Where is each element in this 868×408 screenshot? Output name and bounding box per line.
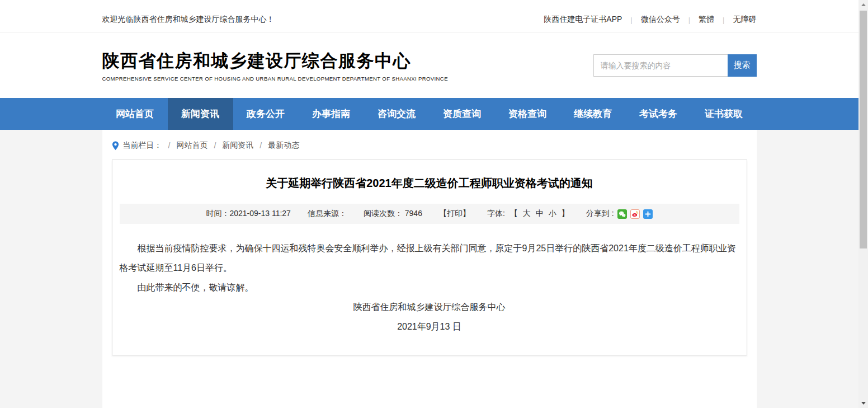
meta-source-label: 信息来源： (308, 209, 347, 218)
search-bar: 搜索 (593, 54, 757, 77)
wechat-share-icon[interactable] (617, 209, 627, 219)
font-control-label: 字体: (487, 209, 505, 219)
top-link-separator: | (688, 16, 690, 24)
nav-item-news[interactable]: 新闻资讯 (168, 98, 233, 130)
article-paragraph: 由此带来的不便，敬请谅解。 (120, 278, 739, 297)
scroll-up-arrow-icon (861, 3, 866, 6)
meta-time-label: 时间： (206, 209, 229, 218)
scroll-down-arrow-icon (861, 402, 866, 405)
top-link-wechat-official[interactable]: 微信公众号 (641, 15, 680, 25)
meta-views: 阅读次数： 7946 (364, 209, 422, 219)
breadcrumb-item-news[interactable]: 新闻资讯 (222, 140, 253, 151)
breadcrumb-separator: / (260, 141, 262, 150)
scrollbar[interactable] (858, 0, 868, 408)
article-body: 根据当前疫情防控要求，为确保十四运和残特奥会安全顺利举办，经报上级有关部门同意，… (120, 238, 739, 336)
breadcrumb-item-latest[interactable]: 最新动态 (268, 140, 299, 151)
search-button[interactable]: 搜索 (728, 54, 757, 77)
article-title: 关于延期举行陕西省2021年度二级造价工程师职业资格考试的通知 (120, 175, 739, 191)
top-link-certificate-app[interactable]: 陕西住建电子证书APP (544, 15, 622, 25)
meta-views-label: 阅读次数： (364, 209, 403, 218)
nav-item-qualification-query[interactable]: 资质查询 (430, 98, 495, 130)
top-link-traditional-chinese[interactable]: 繁體 (699, 15, 714, 25)
breadcrumb-separator: / (214, 141, 216, 150)
content-column: 当前栏目： / 网站首页 / 新闻资讯 / 最新动态 关于延期举行陕西省2021… (102, 130, 757, 408)
breadcrumb-label: 当前栏目： (123, 140, 162, 151)
meta-time-value: 2021-09-13 11:27 (229, 209, 291, 218)
nav-item-credential-query[interactable]: 资格查询 (495, 98, 560, 130)
top-link-separator: | (723, 16, 724, 24)
nav-item-exam-affairs[interactable]: 考试考务 (626, 98, 691, 130)
breadcrumb: 当前栏目： / 网站首页 / 新闻资讯 / 最新动态 (112, 140, 747, 151)
nav-item-consultation[interactable]: 咨询交流 (364, 98, 430, 130)
site-title: 陕西省住房和城乡建设厅综合服务中心 (102, 49, 448, 73)
weibo-share-icon[interactable] (630, 209, 640, 219)
nav-item-gov-affairs[interactable]: 政务公开 (233, 98, 299, 130)
welcome-text: 欢迎光临陕西省住房和城乡建设厅综合服务中心！ (102, 15, 275, 25)
nav-item-service-guide[interactable]: 办事指南 (299, 98, 364, 130)
font-bracket-close: 】 (562, 209, 569, 219)
font-bracket-open: 【 (510, 209, 518, 219)
font-size-medium-button[interactable]: 中 (536, 209, 544, 219)
scroll-down-button[interactable] (858, 398, 868, 408)
location-pin-icon (112, 141, 119, 151)
article-box: 关于延期举行陕西省2021年度二级造价工程师职业资格考试的通知 时间：2021-… (112, 160, 747, 355)
scrollbar-thumb[interactable] (860, 11, 867, 248)
site-header: 陕西省住房和城乡建设厅综合服务中心 COMPREHENSIVE SERVICE … (0, 32, 858, 98)
site-subtitle-english: COMPREHENSIVE SERVICE CENTER OF HOUSING … (102, 76, 448, 82)
search-input[interactable] (593, 54, 728, 77)
article-signature: 陕西省住房和城乡建设厅综合服务中心 (120, 297, 739, 317)
share-bar: 分享到 : (586, 209, 653, 219)
nav-item-home[interactable]: 网站首页 (102, 98, 168, 130)
breadcrumb-item-home[interactable]: 网站首页 (176, 140, 207, 151)
breadcrumb-separator: / (168, 141, 171, 150)
site-logo: 陕西省住房和城乡建设厅综合服务中心 COMPREHENSIVE SERVICE … (102, 49, 448, 82)
share-label: 分享到 : (586, 209, 614, 219)
top-link-separator: | (630, 16, 632, 24)
page: 欢迎光临陕西省住房和城乡建设厅综合服务中心！ 陕西住建电子证书APP | 微信公… (0, 0, 858, 408)
font-size-control: 字体: 【 大 中 小 】 (487, 209, 569, 219)
top-utility-bar: 欢迎光临陕西省住房和城乡建设厅综合服务中心！ 陕西住建电子证书APP | 微信公… (0, 0, 858, 32)
meta-source: 信息来源： (308, 209, 347, 219)
top-links: 陕西住建电子证书APP | 微信公众号 | 繁體 | 无障碍 (544, 15, 756, 25)
font-size-large-button[interactable]: 大 (523, 209, 531, 219)
article-meta-bar: 时间：2021-09-13 11:27 信息来源： 阅读次数： 7946 【打印… (120, 204, 739, 224)
nav-item-continuing-education[interactable]: 继续教育 (560, 98, 626, 130)
article-paragraph: 根据当前疫情防控要求，为确保十四运和残特奥会安全顺利举办，经报上级有关部门同意，… (120, 238, 739, 278)
article-date: 2021年9月13 日 (120, 317, 739, 336)
more-share-icon[interactable] (643, 209, 653, 219)
main-nav: 网站首页 新闻资讯 政务公开 办事指南 咨询交流 资质查询 资格查询 继续教育 … (0, 98, 858, 130)
top-link-accessibility[interactable]: 无障碍 (733, 15, 757, 25)
font-size-small-button[interactable]: 小 (549, 209, 556, 219)
print-button[interactable]: 【打印】 (439, 209, 470, 219)
scroll-up-button[interactable] (858, 0, 868, 10)
meta-views-value: 7946 (405, 209, 422, 218)
content-area: 当前栏目： / 网站首页 / 新闻资讯 / 最新动态 关于延期举行陕西省2021… (0, 130, 858, 408)
nav-item-certificate-obtain[interactable]: 证书获取 (691, 98, 757, 130)
meta-time: 时间：2021-09-13 11:27 (206, 209, 291, 219)
